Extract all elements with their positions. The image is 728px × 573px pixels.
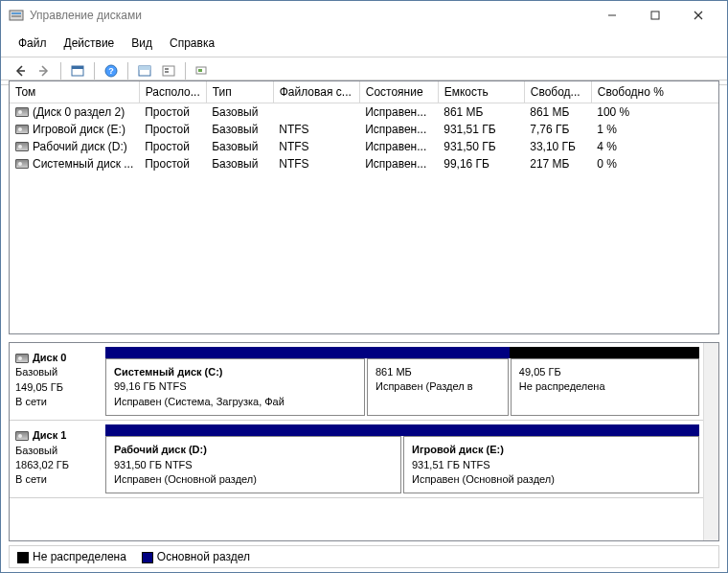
stripe-segment	[105, 347, 510, 358]
cell: 861 МБ	[524, 103, 591, 122]
svg-rect-19	[198, 69, 202, 72]
toolbar-separator	[185, 62, 186, 80]
col-fs[interactable]: Файловая с...	[273, 81, 359, 103]
menubar: Файл Действие Вид Справка	[1, 30, 727, 57]
volume-name-cell: Системный диск ...	[10, 155, 139, 172]
disk-state: В сети	[15, 472, 100, 487]
legend-unallocated-label: Не распределена	[33, 550, 126, 563]
svg-rect-14	[139, 66, 150, 70]
settings-button[interactable]	[191, 60, 214, 81]
partition[interactable]: Системный диск (C:)99,16 ГБ NTFSИсправен…	[105, 358, 365, 416]
svg-text:?: ?	[108, 66, 114, 76]
disk-icon	[15, 354, 29, 363]
cell: 931,51 ГБ	[438, 121, 524, 138]
col-volume[interactable]: Том	[10, 81, 139, 103]
partition[interactable]: Рабочий диск (D:)931,50 ГБ NTFSИсправен …	[105, 436, 401, 493]
cell: 861 МБ	[438, 103, 524, 122]
minimize-button[interactable]	[590, 1, 633, 30]
disk-graphic-pane[interactable]: Диск 0Базовый149,05 ГБВ сетиСистемный ди…	[9, 342, 719, 541]
column-header-row: Том Располо... Тип Файловая с... Состоян…	[10, 81, 718, 103]
cell: Базовый	[206, 138, 273, 155]
table-row[interactable]: Игровой диск (E:)ПростойБазовыйNTFSИспра…	[10, 121, 718, 138]
cell: NTFS	[273, 155, 359, 172]
col-freepct[interactable]: Свободно %	[591, 81, 718, 103]
col-status[interactable]: Состояние	[359, 81, 438, 103]
disk-icon	[15, 431, 29, 441]
svg-rect-2	[11, 15, 21, 17]
volume-icon	[15, 142, 29, 151]
nav-forward-button[interactable]	[33, 60, 56, 81]
nav-back-button[interactable]	[9, 60, 32, 81]
stripe-segment	[105, 424, 699, 436]
legend-primary: Основной раздел	[142, 550, 250, 563]
partition-size: 861 МБ	[375, 365, 500, 379]
window-title: Управление дисками	[30, 9, 590, 22]
console-button[interactable]	[66, 60, 89, 81]
cell: Простой	[139, 138, 206, 155]
volume-table: Том Располо... Тип Файловая с... Состоян…	[10, 81, 718, 172]
volume-name-cell: (Диск 0 раздел 2)	[10, 103, 139, 121]
toolbar-separator	[127, 62, 128, 80]
col-type[interactable]: Тип	[206, 81, 273, 103]
cell: 4 %	[591, 138, 718, 155]
disk-info: Диск 0Базовый149,05 ГБВ сети	[13, 347, 102, 416]
cell: Базовый	[206, 155, 273, 172]
swatch-black-icon	[17, 552, 29, 563]
menu-action[interactable]: Действие	[57, 34, 123, 53]
cell	[273, 103, 359, 122]
cell: 99,16 ГБ	[438, 155, 524, 172]
cell: Базовый	[206, 103, 273, 122]
maximize-button[interactable]	[633, 1, 676, 30]
table-row[interactable]: Рабочий диск (D:)ПростойБазовыйNTFSИспра…	[10, 138, 718, 155]
partition-status: Исправен (Система, Загрузка, Фай	[114, 395, 356, 409]
partition-status: Исправен (Раздел в	[375, 379, 500, 394]
volume-list-pane[interactable]: Том Располо... Тип Файловая с... Состоян…	[9, 80, 719, 334]
disk-kind: Базовый	[15, 365, 100, 379]
volume-icon	[15, 159, 29, 169]
svg-rect-10	[72, 66, 83, 69]
app-icon	[9, 8, 24, 23]
svg-rect-16	[165, 68, 169, 70]
disk-row: Диск 1Базовый1863,02 ГБВ сетиРабочий дис…	[10, 421, 703, 498]
table-row[interactable]: (Диск 0 раздел 2)ПростойБазовыйИсправен.…	[10, 103, 718, 122]
menu-help[interactable]: Справка	[162, 34, 222, 53]
partition-size: 931,51 ГБ NTFS	[412, 458, 691, 472]
cell: 33,10 ГБ	[524, 138, 591, 155]
partition[interactable]: Игровой диск (E:)931,51 ГБ NTFSИсправен …	[403, 436, 699, 493]
cell: 7,76 ГБ	[524, 121, 591, 138]
disk-name: Диск 0	[33, 351, 66, 365]
partition-size: 49,05 ГБ	[519, 365, 691, 379]
cell: Исправен...	[359, 103, 438, 122]
disk-name: Диск 1	[33, 428, 66, 443]
partition[interactable]: 861 МБИсправен (Раздел в	[367, 358, 509, 416]
partition[interactable]: 49,05 ГБНе распределена	[511, 358, 699, 416]
disk-size: 1863,02 ГБ	[15, 458, 100, 472]
cell: Простой	[139, 103, 206, 122]
disk-state: В сети	[15, 395, 100, 409]
disk-row: Диск 0Базовый149,05 ГБВ сетиСистемный ди…	[10, 343, 703, 421]
help-button[interactable]: ?	[100, 60, 123, 81]
partition-row: Рабочий диск (D:)931,50 ГБ NTFSИсправен …	[105, 436, 699, 493]
view-bottom-button[interactable]	[157, 60, 180, 81]
table-row[interactable]: Системный диск ...ПростойБазовыйNTFSИспр…	[10, 155, 718, 172]
close-button[interactable]	[676, 1, 719, 30]
view-top-button[interactable]	[133, 60, 156, 81]
partition-status: Исправен (Основной раздел)	[412, 472, 691, 487]
cell: Исправен...	[359, 121, 438, 138]
col-capacity[interactable]: Емкость	[438, 81, 524, 103]
cell: 931,50 ГБ	[438, 138, 524, 155]
legend-primary-label: Основной раздел	[157, 550, 250, 563]
svg-rect-4	[651, 11, 659, 19]
col-layout[interactable]: Располо...	[139, 81, 206, 103]
menu-view[interactable]: Вид	[124, 34, 160, 53]
menu-file[interactable]: Файл	[11, 34, 55, 53]
col-free[interactable]: Свобод...	[524, 81, 591, 103]
vertical-scrollbar[interactable]	[703, 343, 718, 540]
disk-size: 149,05 ГБ	[15, 380, 100, 395]
partition-title: Рабочий диск (D:)	[114, 443, 393, 457]
disk-kind: Базовый	[15, 444, 100, 458]
partition-status: Исправен (Основной раздел)	[114, 472, 393, 487]
cell: 1 %	[591, 121, 718, 138]
partition-title: Игровой диск (E:)	[412, 443, 691, 457]
volume-name-cell: Игровой диск (E:)	[10, 121, 139, 138]
